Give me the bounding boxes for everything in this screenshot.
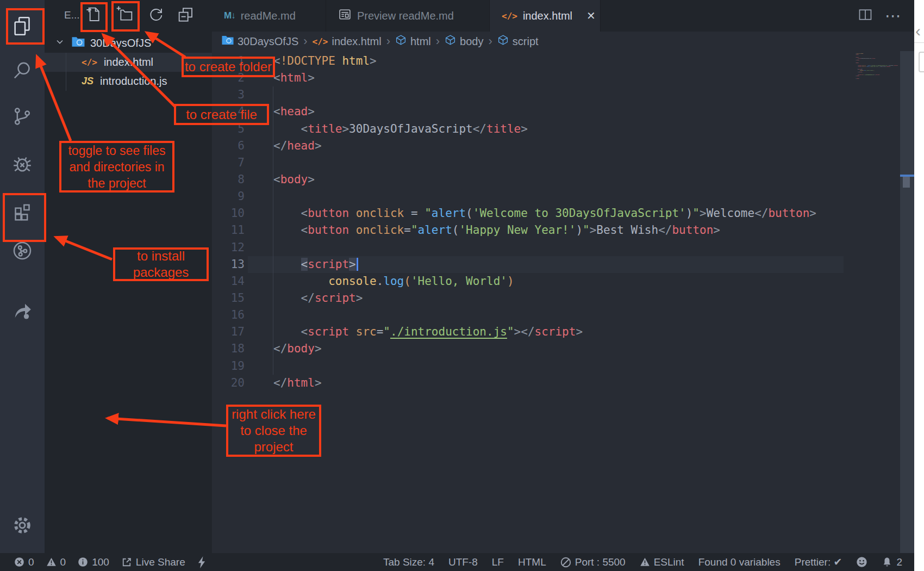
breadcrumb-item[interactable]: body bbox=[445, 34, 483, 48]
html-file-icon: </> bbox=[82, 57, 97, 67]
line-number: 16 bbox=[216, 307, 245, 324]
file-label: index.html bbox=[104, 56, 153, 69]
breadcrumb-separator: › bbox=[303, 34, 307, 48]
eslint-warning-icon bbox=[640, 557, 650, 567]
problems-warnings[interactable]: 0 bbox=[46, 556, 66, 568]
tab-index-html[interactable]: </> index.html ✕ bbox=[490, 0, 601, 32]
code-line-15[interactable]: </script> bbox=[273, 290, 816, 307]
code-line-8[interactable]: <body> bbox=[856, 62, 859, 63]
breadcrumb-separator: › bbox=[436, 34, 440, 48]
code-line-2[interactable]: <html> bbox=[273, 70, 816, 86]
strip-shape bbox=[919, 52, 924, 72]
tab-readme-md[interactable]: M↓ readMe.md bbox=[212, 0, 326, 32]
code-line-17[interactable]: <script src="./introduction.js"></script… bbox=[273, 324, 816, 340]
scrollbar-handle[interactable] bbox=[903, 177, 910, 188]
annotation-box-extensions bbox=[3, 193, 46, 242]
code-line-9[interactable] bbox=[273, 188, 816, 205]
breadcrumb[interactable]: 30DaysOfJS › </> index.html › html › bod… bbox=[212, 32, 910, 51]
cube-icon bbox=[497, 34, 509, 48]
code-line-4[interactable]: <head> bbox=[273, 103, 816, 120]
chevron-down-icon bbox=[54, 36, 65, 50]
code-line-6[interactable]: </head> bbox=[856, 59, 859, 60]
scrollbar-track[interactable] bbox=[900, 51, 914, 553]
refresh-icon[interactable] bbox=[147, 5, 165, 25]
code-line-14[interactable]: console.log('Hello, World') bbox=[273, 273, 816, 290]
folder-icon bbox=[222, 35, 234, 48]
breadcrumb-item[interactable]: 30DaysOfJS bbox=[222, 35, 298, 48]
encoding[interactable]: UTF-8 bbox=[448, 556, 478, 568]
status-bar: 0 0 100 Live Share Tab Size: 4 UTF-8 LF … bbox=[0, 553, 914, 571]
code-line-1[interactable]: <!DOCTYPE html> bbox=[273, 53, 816, 70]
activity-bar bbox=[0, 0, 45, 553]
lightning-icon[interactable] bbox=[197, 556, 206, 568]
line-number: 9 bbox=[216, 188, 245, 205]
split-editor-icon[interactable] bbox=[858, 7, 873, 24]
line-number: 15 bbox=[216, 290, 245, 307]
info-count[interactable]: 100 bbox=[78, 556, 109, 568]
js-file-icon: JS bbox=[82, 76, 93, 87]
collapse-all-icon[interactable] bbox=[177, 5, 194, 25]
breadcrumb-item[interactable]: </> index.html bbox=[313, 35, 382, 48]
line-number: 6 bbox=[216, 138, 245, 154]
code-line-11[interactable]: <button onclick="alert('Happy New Year!'… bbox=[856, 66, 859, 67]
back-chevron-icon: ‹ bbox=[915, 22, 921, 40]
search-icon[interactable] bbox=[0, 60, 45, 82]
code-line-7[interactable] bbox=[273, 154, 816, 171]
code-line-6[interactable]: </head> bbox=[273, 138, 816, 154]
code-line-18[interactable]: </body> bbox=[273, 340, 816, 357]
code-line-19[interactable] bbox=[273, 358, 816, 375]
line-number: 3 bbox=[216, 86, 245, 103]
tab-size[interactable]: Tab Size: 4 bbox=[383, 556, 434, 568]
prettier-status[interactable]: Prettier: ✔ bbox=[795, 556, 842, 568]
tab-label: readMe.md bbox=[241, 10, 296, 22]
more-actions-icon[interactable]: ⋯ bbox=[885, 8, 901, 24]
remote-explorer-icon[interactable] bbox=[0, 240, 45, 262]
tab-label: Preview readMe.md bbox=[357, 10, 454, 22]
code-line-20[interactable]: </html> bbox=[273, 375, 816, 392]
breadcrumb-item[interactable]: html bbox=[395, 34, 431, 48]
eslint-status[interactable]: ESLint bbox=[640, 556, 684, 568]
settings-gear-icon[interactable] bbox=[0, 514, 45, 536]
code-line-20[interactable]: </html> bbox=[856, 78, 859, 79]
line-number: 20 bbox=[216, 375, 245, 392]
port-status[interactable]: Port : 5500 bbox=[560, 556, 626, 568]
annotation-box-explorer bbox=[6, 8, 45, 45]
feedback-smiley-icon[interactable] bbox=[856, 556, 867, 568]
tab-preview-readme-md[interactable]: Preview readMe.md bbox=[326, 0, 490, 32]
language-mode[interactable]: HTML bbox=[518, 556, 546, 568]
code-line-5[interactable]: <title>30DaysOfJavaScript</title> bbox=[273, 121, 816, 138]
folder-row-30daysofjs[interactable]: 30DaysOfJS bbox=[45, 34, 212, 53]
line-number: 11 bbox=[216, 222, 245, 239]
slash-circle-icon bbox=[560, 557, 571, 568]
share-icon[interactable] bbox=[0, 300, 45, 321]
code-line-13[interactable]: <script> bbox=[273, 256, 816, 273]
code-line-8[interactable]: <body> bbox=[273, 171, 816, 188]
annotation-install-packages: to install packages bbox=[113, 247, 209, 281]
run-debug-icon[interactable] bbox=[0, 153, 45, 175]
eol[interactable]: LF bbox=[492, 556, 504, 568]
code-line-12[interactable] bbox=[273, 239, 816, 256]
close-icon[interactable]: ✕ bbox=[586, 9, 596, 22]
code-line-10[interactable]: <button onclick = "alert('Welcome to 30D… bbox=[273, 205, 816, 222]
code-line-2[interactable]: <html> bbox=[856, 54, 859, 55]
code-line-18[interactable]: </body> bbox=[856, 75, 859, 76]
minimap[interactable]: <!DOCTYPE html><html><head> <title>30Day… bbox=[856, 53, 900, 91]
source-control-icon[interactable] bbox=[0, 105, 45, 127]
line-number: 13 bbox=[216, 256, 245, 273]
notifications-bell[interactable]: 2 bbox=[882, 556, 902, 568]
code-line-15[interactable]: </script> bbox=[856, 71, 859, 72]
code-line-16[interactable] bbox=[273, 307, 816, 324]
live-share-button[interactable]: Live Share bbox=[121, 556, 185, 568]
line-number: 10 bbox=[216, 205, 245, 222]
code-line-11[interactable]: <button onclick="alert('Happy New Year!'… bbox=[273, 222, 816, 239]
preview-icon bbox=[338, 8, 352, 24]
folder-label: 30DaysOfJS bbox=[90, 37, 151, 49]
breadcrumb-item[interactable]: script bbox=[497, 34, 539, 48]
code-line-3[interactable] bbox=[273, 86, 816, 103]
found-variables[interactable]: Found 0 variables bbox=[698, 556, 781, 568]
problems-errors[interactable]: 0 bbox=[14, 556, 34, 568]
code-area[interactable]: <!DOCTYPE html><html><head> <title>30Day… bbox=[273, 53, 816, 392]
folder-icon bbox=[72, 36, 85, 50]
explorer-indent-guide bbox=[66, 53, 66, 91]
html-file-icon: </> bbox=[313, 36, 328, 47]
